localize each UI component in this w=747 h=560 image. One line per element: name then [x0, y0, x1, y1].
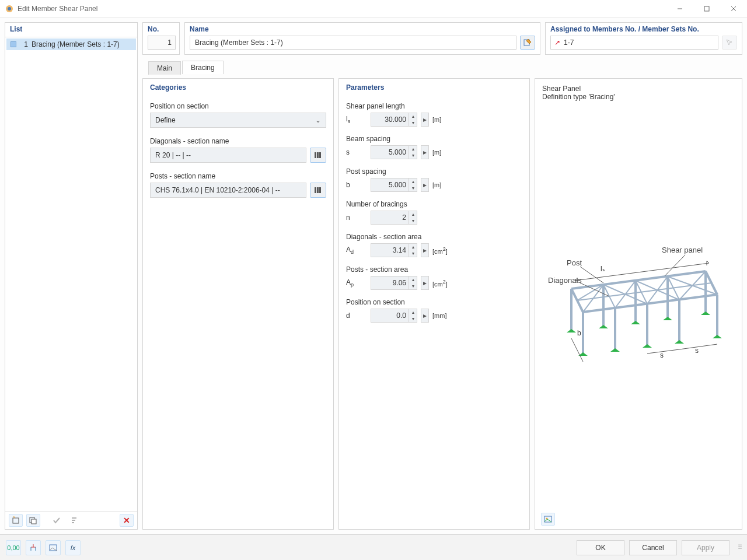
spin-up-icon[interactable]: ▴	[409, 178, 417, 185]
units-button[interactable]: 0,00	[6, 540, 21, 555]
position-on-section-label: Position on section	[150, 102, 326, 110]
spin-up-icon[interactable]: ▴	[409, 309, 417, 316]
param-input-ad[interactable]: 3.14▴▾	[371, 243, 417, 257]
param-input-post[interactable]: 5.000▴▾	[371, 178, 417, 192]
svg-rect-8	[32, 519, 36, 524]
svg-marker-35	[713, 335, 722, 338]
svg-marker-26	[567, 329, 576, 332]
fx-icon: fx	[71, 544, 76, 551]
resize-grip-icon[interactable]: ⠿	[738, 544, 741, 551]
param-step-post[interactable]: ▸	[421, 178, 429, 192]
list-item-index: 1	[20, 40, 28, 48]
svg-marker-29	[663, 317, 672, 320]
edit-icon	[523, 38, 532, 47]
assign-input[interactable]: ↗ 1-7	[550, 36, 718, 50]
param-row-d: d0.0▴▾▸[mm]	[346, 309, 522, 323]
param-input-len[interactable]: 30.000▴▾	[371, 113, 417, 127]
spin-up-icon[interactable]: ▴	[409, 276, 417, 283]
svg-rect-12	[319, 152, 321, 158]
export-image-button[interactable]	[46, 540, 61, 555]
posts-section-input[interactable]: CHS 76.1x4.0 | EN 10210-2:2006-04 | --	[150, 183, 306, 198]
svg-line-37	[571, 338, 583, 362]
svg-marker-33	[643, 344, 652, 348]
spin-up-icon[interactable]: ▴	[409, 211, 417, 218]
param-step-len[interactable]: ▸	[421, 113, 429, 127]
close-icon: ✕	[123, 516, 130, 525]
tab-bracing[interactable]: Bracing	[182, 61, 224, 74]
list-item-color-icon	[11, 41, 16, 47]
copy-item-button[interactable]	[26, 514, 40, 527]
spin-down-icon[interactable]: ▾	[409, 152, 417, 159]
rename-button[interactable]	[520, 36, 535, 50]
diagram-label-post: Post	[567, 258, 582, 267]
pick-members-button[interactable]	[722, 36, 737, 50]
close-button[interactable]	[720, 0, 747, 18]
tree-button[interactable]	[26, 540, 41, 555]
param-symbol-d: d	[346, 312, 358, 320]
view-settings-button[interactable]	[541, 513, 555, 526]
description-title: Shear Panel	[542, 85, 735, 93]
description-panel: Shear Panel Definition type 'Bracing'	[535, 78, 742, 530]
diagram-label-shear-panel: Shear panel	[662, 246, 703, 254]
ok-button[interactable]: OK	[577, 540, 624, 555]
name-input[interactable]: Bracing (Member Sets : 1-7)	[190, 36, 516, 50]
param-symbol-ad: Ad	[346, 246, 358, 255]
param-label-beam: Beam spacing	[346, 135, 522, 143]
cursor-icon	[725, 38, 734, 47]
spin-down-icon[interactable]: ▾	[409, 218, 417, 224]
spin-up-icon[interactable]: ▴	[409, 244, 417, 250]
svg-rect-10	[315, 152, 316, 158]
diagonals-section-label: Diagonals - section name	[150, 137, 326, 145]
param-step-beam[interactable]: ▸	[421, 145, 429, 159]
position-on-section-select[interactable]: Define ⌄	[150, 113, 326, 128]
spin-down-icon[interactable]: ▾	[409, 185, 417, 191]
spin-down-icon[interactable]: ▾	[409, 316, 417, 322]
param-label-ad: Diagonals - section area	[346, 233, 522, 241]
check-list-button[interactable]	[50, 514, 64, 527]
name-label: Name	[185, 23, 540, 36]
parameters-panel: Parameters Shear panel lengthls30.000▴▾▸…	[338, 78, 530, 530]
shear-panel-diagram: lₛ b s s Shear panel Post	[542, 107, 735, 506]
spin-down-icon[interactable]: ▾	[409, 120, 417, 126]
param-input-beam[interactable]: 5.000▴▾	[371, 145, 417, 159]
cancel-button[interactable]: Cancel	[629, 540, 677, 555]
param-step-ap[interactable]: ▸	[421, 276, 429, 290]
list-panel: List 1 Bracing (Member Sets : 1-7)	[5, 22, 138, 530]
param-input-d[interactable]: 0.0▴▾	[371, 309, 417, 323]
svg-marker-27	[599, 325, 608, 328]
fx-button[interactable]: fx	[65, 540, 81, 555]
delete-item-button[interactable]: ✕	[120, 514, 134, 527]
no-input[interactable]: 1	[148, 36, 176, 50]
spin-up-icon[interactable]: ▴	[409, 146, 417, 152]
svg-rect-3	[704, 6, 709, 11]
param-label-nbr: Number of bracings	[346, 200, 522, 208]
no-card: No. 1	[142, 22, 180, 55]
apply-button[interactable]: Apply	[682, 540, 729, 555]
param-unit-len: [m]	[432, 116, 441, 123]
param-label-d: Position on section	[346, 298, 522, 306]
diagram-label-ls: lₛ	[601, 265, 605, 273]
tab-main[interactable]: Main	[148, 61, 181, 75]
minimize-button[interactable]	[666, 0, 693, 18]
position-on-section-value: Define	[155, 116, 176, 124]
spin-down-icon[interactable]: ▾	[409, 250, 417, 257]
spin-down-icon[interactable]: ▾	[409, 283, 417, 289]
sort-list-button[interactable]	[67, 514, 81, 527]
param-step-d[interactable]: ▸	[421, 309, 429, 323]
list-item-label: Bracing (Member Sets : 1-7)	[32, 40, 120, 48]
new-item-button[interactable]	[9, 514, 23, 527]
diagram-label-s2: s	[660, 351, 664, 359]
param-symbol-len: ls	[346, 115, 358, 124]
param-input-nbr[interactable]: 2▴▾	[371, 211, 417, 225]
diagonals-library-button[interactable]	[310, 148, 326, 163]
posts-library-button[interactable]	[310, 183, 326, 198]
description-toolbar	[535, 509, 742, 529]
assign-card: Assigned to Members No. / Member Sets No…	[545, 22, 742, 55]
no-label: No.	[143, 23, 179, 36]
param-input-ap[interactable]: 9.06▴▾	[371, 276, 417, 290]
maximize-button[interactable]	[693, 0, 720, 18]
list-item[interactable]: 1 Bracing (Member Sets : 1-7)	[6, 38, 136, 50]
spin-up-icon[interactable]: ▴	[409, 113, 417, 120]
diagonals-section-input[interactable]: R 20 | -- | --	[150, 148, 306, 163]
param-step-ad[interactable]: ▸	[421, 243, 429, 257]
